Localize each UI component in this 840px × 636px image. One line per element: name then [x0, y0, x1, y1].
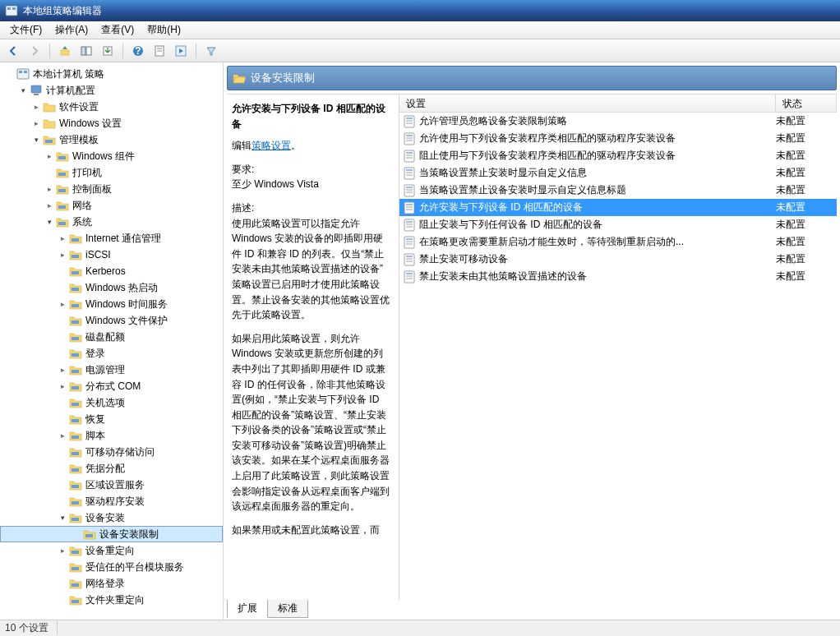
- policy-icon: [403, 167, 416, 180]
- tree-item-printers[interactable]: 打印机: [0, 164, 223, 181]
- edit-policy-link[interactable]: 策略设置: [252, 140, 291, 151]
- tree-item-disk-quota[interactable]: 磁盘配额: [0, 329, 223, 345]
- policy-icon: [403, 201, 416, 214]
- policy-icon: [403, 132, 416, 145]
- show-hide-tree-button[interactable]: [76, 42, 96, 60]
- tree-item-win-hotstart[interactable]: Windows 热启动: [0, 279, 223, 296]
- tree-label: 恢复: [85, 412, 105, 426]
- tree-item-software[interactable]: ▸软件设置: [0, 99, 223, 115]
- tree-item-windows-settings[interactable]: ▸Windows 设置: [0, 115, 223, 131]
- folder-icon: [69, 478, 82, 491]
- tree-label: 打印机: [72, 166, 102, 180]
- policy-icon: [403, 115, 416, 128]
- list-row[interactable]: 允许安装与下列设备 ID 相匹配的设备未配置: [399, 199, 837, 216]
- tree-item-control-panel[interactable]: ▸控制面板: [0, 181, 223, 197]
- policy-icon: [403, 253, 416, 266]
- properties-button[interactable]: [150, 42, 169, 60]
- app-icon: [5, 4, 18, 17]
- collapse-icon[interactable]: ▾: [18, 85, 28, 95]
- tree-item-credential-deleg[interactable]: 凭据分配: [0, 460, 223, 477]
- tree-item-logon[interactable]: 登录: [0, 345, 223, 362]
- expand-icon[interactable]: ▸: [44, 151, 54, 161]
- collapse-icon[interactable]: ▾: [58, 513, 67, 523]
- list-row[interactable]: 阻止安装与下列任何设备 ID 相匹配的设备未配置: [399, 216, 837, 233]
- tree-item-net-logon[interactable]: 网络登录: [0, 575, 223, 592]
- svg-text:?: ?: [135, 45, 141, 57]
- tree-item-root[interactable]: 本地计算机 策略: [0, 66, 223, 82]
- tree-item-shutdown-opts[interactable]: 关机选项: [0, 394, 223, 411]
- export-button[interactable]: [98, 42, 118, 60]
- tree-label: 系统: [72, 215, 92, 229]
- list-row[interactable]: 允许使用与下列设备安装程序类相匹配的驱动程序安装设备未配置: [399, 130, 837, 147]
- tree-item-removable-storage[interactable]: 可移动存储访问: [0, 444, 223, 460]
- tab-extended[interactable]: 扩展: [227, 600, 268, 618]
- requirements-label: 要求:: [232, 164, 254, 175]
- collapse-icon[interactable]: ▾: [31, 135, 41, 145]
- tree-item-driver-install[interactable]: 驱动程序安装: [0, 493, 223, 509]
- expand-icon[interactable]: ▸: [44, 200, 54, 210]
- list-body[interactable]: 允许管理员忽略设备安装限制策略未配置允许使用与下列设备安装程序类相匹配的驱动程序…: [399, 113, 837, 600]
- tree-item-windows-components[interactable]: ▸Windows 组件: [0, 148, 223, 164]
- expand-icon[interactable]: ▸: [58, 365, 67, 375]
- tree-item-device-install-restrict[interactable]: 设备安装限制: [0, 526, 223, 542]
- list-row[interactable]: 当策略设置禁止安装时显示自定义信息未配置: [399, 164, 837, 182]
- up-button[interactable]: [55, 42, 75, 60]
- play-button[interactable]: [171, 42, 191, 60]
- tree-item-scripts[interactable]: ▸脚本: [0, 427, 223, 444]
- menu-file[interactable]: 文件(F): [3, 21, 48, 39]
- tree-label: Windows 热启动: [85, 281, 158, 295]
- list-row[interactable]: 禁止安装未由其他策略设置描述的设备未配置: [399, 268, 837, 285]
- tree-label: 网络登录: [85, 577, 125, 591]
- tree-item-device-install[interactable]: ▾设备安装: [0, 509, 223, 526]
- tab-standard[interactable]: 标准: [267, 600, 308, 618]
- tree-item-network[interactable]: ▸网络: [0, 197, 223, 214]
- tree-item-kerberos[interactable]: Kerberos: [0, 263, 223, 279]
- tree-item-win-time[interactable]: ▸Windows 时间服务: [0, 296, 223, 312]
- toolbar-separator: [122, 44, 123, 58]
- menu-view[interactable]: 查看(V): [95, 21, 141, 39]
- forward-button[interactable]: [25, 42, 44, 60]
- back-button[interactable]: [3, 42, 23, 60]
- expand-icon[interactable]: ▸: [31, 118, 41, 128]
- tree-item-tpm-services[interactable]: 受信任的平台模块服务: [0, 559, 223, 575]
- folder-icon: [69, 281, 82, 294]
- list-row-label: 允许安装与下列设备 ID 相匹配的设备: [419, 200, 776, 214]
- folder-icon: [69, 429, 82, 442]
- description-pane: 允许安装与下列设备 ID 相匹配的设备 编辑策略设置。 要求:至少 Window…: [227, 94, 399, 600]
- tree-item-device-redirect[interactable]: ▸设备重定向: [0, 542, 223, 559]
- list-row[interactable]: 在策略更改需要重新启动才能生效时，等待强制重新启动的...未配置: [399, 233, 837, 251]
- expand-icon[interactable]: ▸: [31, 102, 41, 112]
- expand-icon[interactable]: ▸: [58, 250, 67, 260]
- tree-item-dcom[interactable]: ▸分布式 COM: [0, 378, 223, 394]
- filter-button[interactable]: [201, 42, 221, 60]
- tree-item-power-mgmt[interactable]: ▸电源管理: [0, 362, 223, 378]
- tree-item-locale-svc[interactable]: 区域设置服务: [0, 477, 223, 493]
- tree-item-recovery[interactable]: 恢复: [0, 411, 223, 427]
- folder-icon: [43, 133, 56, 146]
- tree-item-folder-redirect[interactable]: 文件夹重定向: [0, 592, 223, 608]
- collapse-icon[interactable]: ▾: [44, 217, 54, 227]
- tree-item-win-fileprotect[interactable]: Windows 文件保护: [0, 312, 223, 329]
- help-button[interactable]: ?: [128, 42, 148, 60]
- column-status[interactable]: 状态: [776, 94, 837, 112]
- list-row[interactable]: 禁止安装可移动设备未配置: [399, 251, 837, 268]
- tree-item-internet-comm[interactable]: ▸Internet 通信管理: [0, 230, 223, 247]
- expand-icon[interactable]: ▸: [58, 233, 67, 243]
- tree-item-system[interactable]: ▾系统: [0, 214, 223, 230]
- expand-icon[interactable]: ▸: [44, 184, 54, 194]
- list-row[interactable]: 阻止使用与下列设备安装程序类相匹配的驱动程序安装设备未配置: [399, 147, 837, 164]
- twisty-none: [58, 496, 67, 506]
- tree-item-computer-config[interactable]: ▾计算机配置: [0, 82, 223, 99]
- column-setting[interactable]: 设置: [399, 94, 776, 112]
- expand-icon[interactable]: ▸: [58, 431, 67, 440]
- list-row[interactable]: 当策略设置禁止设备安装时显示自定义信息标题未配置: [399, 182, 837, 199]
- tree-item-admin-templates[interactable]: ▾管理模板: [0, 131, 223, 148]
- menu-action[interactable]: 操作(A): [48, 21, 95, 39]
- expand-icon[interactable]: ▸: [58, 381, 67, 391]
- tree-pane[interactable]: 本地计算机 策略▾计算机配置▸软件设置▸Windows 设置▾管理模板▸Wind…: [0, 62, 224, 620]
- expand-icon[interactable]: ▸: [58, 546, 67, 555]
- menu-help[interactable]: 帮助(H): [141, 21, 187, 39]
- list-row[interactable]: 允许管理员忽略设备安装限制策略未配置: [399, 113, 837, 130]
- expand-icon[interactable]: ▸: [58, 299, 67, 309]
- tree-item-iscsi[interactable]: ▸iSCSI: [0, 247, 223, 263]
